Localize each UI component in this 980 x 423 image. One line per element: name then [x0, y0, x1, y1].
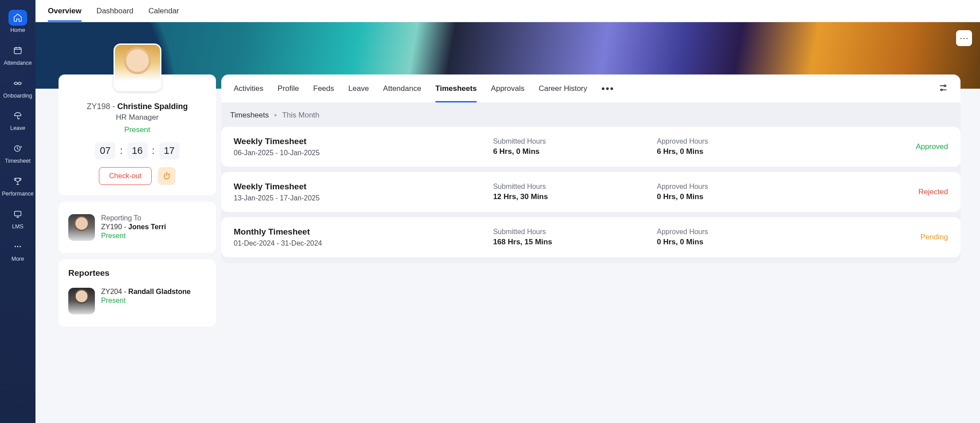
sub-tabs: Activities Profile Feeds Leave Attendanc… [221, 74, 960, 103]
svg-point-7 [944, 85, 946, 86]
timesheet-status: Rejected [821, 188, 948, 196]
sidebar-item-label: Home [10, 27, 25, 34]
timesheet-status: Pending [821, 233, 948, 242]
tab-dashboard[interactable]: Dashboard [97, 0, 133, 22]
sidebar-item-label: LMS [12, 224, 24, 230]
submitted-hours-label: Submitted Hours [493, 183, 652, 191]
timesheet-list: Weekly Timesheet 06-Jan-2025 - 10-Jan-20… [221, 127, 960, 257]
person-row[interactable]: Reporting To ZY190 - Jones Terri Present [68, 211, 206, 244]
umbrella-icon [8, 108, 27, 124]
timesheet-title: Weekly Timesheet [234, 182, 489, 192]
sidebar-item-label: Attendance [4, 60, 31, 67]
svg-rect-0 [14, 47, 21, 54]
sidebar-item-home[interactable]: Home [0, 6, 35, 36]
person-row[interactable]: ZY204 - Randall Gladstone Present [68, 284, 206, 318]
submitted-hours-value: 12 Hrs, 30 Mins [493, 192, 652, 201]
employee-id-name: ZY198 - Christine Spalding [86, 102, 188, 111]
employee-name: Christine Spalding [118, 102, 188, 111]
breadcrumb: Timesheets • This Month [221, 103, 960, 127]
subtab-profile[interactable]: Profile [278, 74, 299, 102]
sidebar-item-attendance[interactable]: Attendance [0, 39, 35, 69]
presence-status: Present [101, 297, 191, 305]
calendar-check-icon [8, 43, 27, 59]
main: Overview Dashboard Calendar ⋯ ZY198 - Ch… [35, 0, 980, 423]
dots-icon: ⋯ [960, 33, 968, 43]
timer-minutes: 16 [127, 142, 148, 159]
approved-hours-value: 6 Hrs, 0 Mins [657, 147, 816, 156]
tab-calendar[interactable]: Calendar [149, 0, 179, 22]
banner-more-button[interactable]: ⋯ [956, 30, 972, 46]
svg-point-4 [17, 246, 19, 247]
breadcrumb-leaf: This Month [282, 111, 319, 120]
left-column: ZY198 - Christine Spalding HR Manager Pr… [59, 74, 216, 327]
sidebar-item-lms[interactable]: LMS [0, 203, 35, 233]
timesheet-card[interactable]: Weekly Timesheet 06-Jan-2025 - 10-Jan-20… [221, 127, 960, 167]
subtab-career-history[interactable]: Career History [539, 74, 588, 102]
breadcrumb-root[interactable]: Timesheets [230, 111, 269, 120]
top-tabs: Overview Dashboard Calendar [35, 0, 980, 22]
subtab-activities[interactable]: Activities [234, 74, 263, 102]
stopwatch-icon [162, 172, 171, 180]
timesheet-title: Weekly Timesheet [234, 137, 489, 146]
submitted-hours-label: Submitted Hours [493, 228, 652, 236]
subtab-attendance[interactable]: Attendance [383, 74, 421, 102]
reportees-heading: Reportees [68, 268, 206, 278]
employee-role: HR Manager [116, 113, 158, 122]
timesheet-card[interactable]: Weekly Timesheet 13-Jan-2025 - 17-Jan-20… [221, 172, 960, 212]
subtab-approvals[interactable]: Approvals [491, 74, 525, 102]
svg-point-5 [20, 246, 21, 247]
sidebar-item-more[interactable]: More [0, 235, 35, 265]
svg-rect-2 [15, 211, 21, 215]
profile-card: ZY198 - Christine Spalding HR Manager Pr… [59, 74, 216, 196]
employee-id: ZY198 [86, 102, 110, 111]
avatar [68, 288, 95, 314]
dots-icon [8, 239, 27, 255]
approved-hours-value: 0 Hrs, 0 Mins [657, 192, 816, 201]
subtab-more[interactable]: ••• [601, 74, 614, 102]
timer-seconds: 17 [159, 142, 180, 159]
breadcrumb-separator: • [274, 111, 277, 120]
trophy-icon [8, 173, 27, 189]
tab-overview[interactable]: Overview [48, 0, 82, 22]
timesheet-title: Monthly Timesheet [234, 227, 489, 237]
timesheet-status: Approved [821, 142, 948, 151]
avatar [114, 43, 161, 91]
filter-button[interactable] [938, 83, 948, 94]
timesheet-dates: 01-Dec-2024 - 31-Dec-2024 [234, 239, 489, 247]
avatar [68, 214, 95, 241]
right-column: Activities Profile Feeds Leave Attendanc… [221, 74, 960, 327]
timesheet-dates: 13-Jan-2025 - 17-Jan-2025 [234, 194, 489, 202]
sidebar-item-leave[interactable]: Leave [0, 104, 35, 134]
sidebar: Home Attendance Onboarding Leave Timeshe… [0, 0, 35, 423]
sidebar-item-performance[interactable]: Performance [0, 170, 35, 200]
sidebar-item-label: Leave [10, 125, 25, 132]
reportee-id-name: ZY204 - Randall Gladstone [101, 288, 191, 296]
timesheet-card[interactable]: Monthly Timesheet 01-Dec-2024 - 31-Dec-2… [221, 217, 960, 257]
work-timer: 07 : 16 : 17 [95, 142, 179, 159]
subtab-feeds[interactable]: Feeds [313, 74, 334, 102]
sliders-icon [938, 83, 948, 93]
approved-hours-label: Approved Hours [657, 137, 816, 145]
check-out-button[interactable]: Check-out [99, 167, 152, 185]
timer-hours: 07 [95, 142, 115, 159]
approved-hours-label: Approved Hours [657, 183, 816, 191]
manager-id-name: ZY190 - Jones Terri [101, 223, 166, 231]
timer-button[interactable] [158, 167, 176, 185]
reporting-to-label: Reporting To [101, 214, 166, 222]
sidebar-item-onboarding[interactable]: Onboarding [0, 72, 35, 102]
subtab-timesheets[interactable]: Timesheets [435, 74, 477, 102]
presence-status: Present [101, 232, 166, 240]
presence-status: Present [124, 125, 150, 134]
home-icon [8, 10, 27, 26]
monitor-icon [8, 206, 27, 222]
clock-arrow-icon [8, 141, 27, 157]
svg-point-8 [941, 89, 943, 90]
sidebar-item-label: Performance [2, 191, 34, 197]
approved-hours-label: Approved Hours [657, 228, 816, 236]
sidebar-item-label: Timesheet [5, 158, 31, 164]
sidebar-item-timesheet[interactable]: Timesheet [0, 137, 35, 167]
submitted-hours-value: 168 Hrs, 15 Mins [493, 238, 652, 247]
detail-panel: Activities Profile Feeds Leave Attendanc… [221, 74, 960, 263]
panel-body: Timesheets • This Month Weekly Timesheet… [221, 103, 960, 263]
subtab-leave[interactable]: Leave [349, 74, 369, 102]
